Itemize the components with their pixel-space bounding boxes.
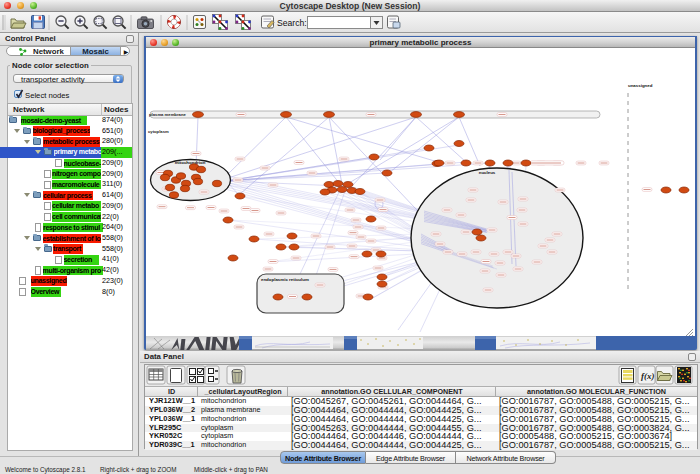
svg-text:Search:: Search:: [277, 18, 307, 28]
svg-text:plasma membrane: plasma membrane: [149, 112, 186, 117]
svg-text:nucleus: nucleus: [479, 170, 496, 175]
svg-text:unassigned: unassigned: [628, 83, 653, 88]
svg-text:f(x): f(x): [641, 371, 655, 381]
svg-text:mitochondrion: mitochondrion: [175, 160, 206, 165]
svg-text:endoplasmic reticulum: endoplasmic reticulum: [261, 277, 309, 282]
svg-text:cytoplasm: cytoplasm: [148, 129, 169, 134]
